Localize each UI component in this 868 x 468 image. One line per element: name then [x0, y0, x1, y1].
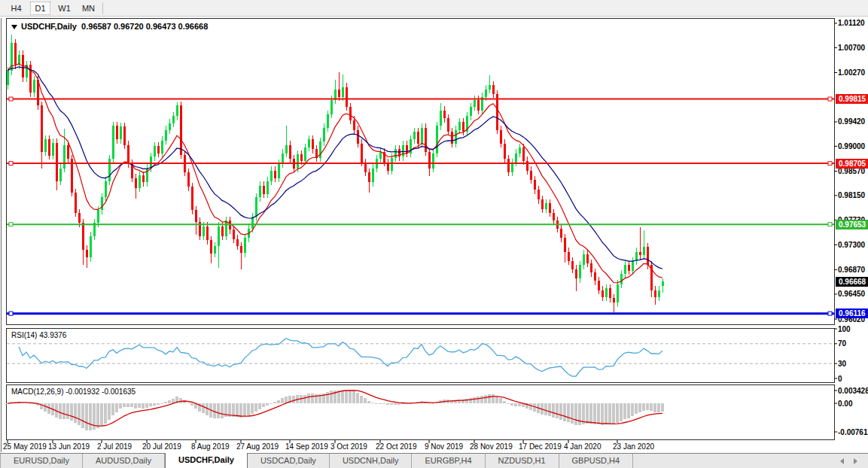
date-axis-label: 22 Oct 2019 — [376, 442, 416, 451]
tab-usdcad-daily[interactable]: USDCAD,Daily — [248, 454, 330, 468]
date-axis-label: 9 Nov 2019 — [425, 442, 463, 451]
date-axis-label: 27 Aug 2019 — [236, 442, 279, 451]
macd-axis-label: -0.007615 — [838, 428, 868, 436]
tabs-scroll-left-icon[interactable] — [840, 458, 844, 464]
trading-terminal-window: { "toolbar": { "buttons": [ {"label": "H… — [0, 0, 868, 468]
tab-eurgbp-h4[interactable]: EURGBP,H4 — [412, 454, 485, 468]
tab-nzdusd-h1[interactable]: NZDUSD,H1 — [486, 454, 559, 468]
rsi-axis-label: 30 — [838, 360, 868, 368]
price-axis-label: 1.01120 — [838, 19, 868, 27]
symbol-dropdown-icon[interactable] — [11, 25, 17, 29]
line-handle[interactable] — [828, 162, 832, 166]
date-axis-label: 28 Nov 2019 — [470, 442, 513, 451]
date-axis-label: 3 Oct 2019 — [330, 442, 367, 451]
rsi-label: RSI(14) 43.9376 — [11, 331, 66, 339]
date-axis-label: 20 Jul 2019 — [142, 442, 181, 451]
price-axis-label: 0.96870 — [838, 266, 868, 274]
line-handle[interactable] — [828, 97, 832, 101]
line-handle[interactable] — [828, 223, 832, 226]
macd-axis-label: 0.003428 — [838, 387, 868, 395]
price-axis-label: 0.99000 — [838, 142, 868, 150]
date-axis-label: 8 Aug 2019 — [191, 442, 230, 451]
price-line-badge[interactable]: 0.99815 — [836, 94, 868, 104]
price-axis-label: 1.00700 — [838, 44, 868, 52]
line-handle[interactable] — [828, 311, 832, 315]
price-line-badge[interactable]: 0.96116 — [836, 308, 868, 318]
chart-title: USDCHF,Daily 0.96587 0.96720 0.96473 0.9… — [11, 22, 208, 31]
current-price-badge: 0.96668 — [836, 277, 868, 287]
tab-usdchf-daily[interactable]: USDCHF,Daily — [165, 453, 248, 468]
tab-usdcnh-daily[interactable]: USDCNH,Daily — [330, 454, 413, 468]
price-axis-label: 0.98150 — [838, 191, 868, 199]
line-handle[interactable] — [9, 97, 13, 101]
chart-ohlc-values: 0.96587 0.96720 0.96473 0.96668 — [81, 22, 208, 31]
price-axis-label: 1.00270 — [838, 68, 868, 77]
date-axis-label: 25 May 2019 — [3, 442, 47, 451]
date-axis-label: 2 Jul 2019 — [97, 442, 132, 451]
chart-canvas — [0, 0, 868, 468]
date-axis-label: 4 Jan 2020 — [564, 442, 602, 451]
macd-axis-label: 0.00 — [838, 400, 868, 408]
price-axis-label: 0.98570 — [838, 167, 868, 175]
macd-label: MACD(12,26,9) -0.001932 -0.001635 — [11, 387, 136, 396]
line-handle[interactable] — [9, 162, 13, 166]
tab-gbpusd-h4[interactable]: GBPUSD,H4 — [559, 454, 634, 468]
tabs-scroll-right-icon[interactable] — [854, 458, 857, 464]
rsi-axis-label: 70 — [838, 339, 868, 348]
line-handle[interactable] — [9, 223, 13, 226]
rsi-axis-label: 0 — [838, 375, 868, 383]
symbol-tab-bar: EURUSD,DailyAUDUSD,DailyUSDCHF,DailyUSDC… — [0, 453, 868, 468]
price-axis-label: 0.99420 — [838, 117, 868, 126]
price-axis-label: 0.97300 — [838, 241, 868, 249]
price-line-badge[interactable]: 0.97653 — [836, 220, 868, 229]
chart-symbol-label: USDCHF,Daily — [21, 22, 77, 31]
candlestick-series — [7, 35, 664, 311]
tab-audusd-daily[interactable]: AUDUSD,Daily — [83, 454, 165, 468]
rsi-axis-label: 100 — [838, 325, 868, 333]
date-axis-label: 17 Dec 2019 — [519, 442, 562, 451]
price-axis-label: 0.96450 — [838, 290, 868, 298]
date-axis-label: 13 Jun 2019 — [48, 442, 90, 451]
line-handle[interactable] — [9, 311, 13, 315]
macd-histogram — [6, 391, 664, 430]
date-axis-label: 14 Sep 2019 — [285, 442, 328, 451]
price-line-badge[interactable]: 0.98705 — [836, 159, 868, 169]
tab-eurusd-daily[interactable]: EURUSD,Daily — [0, 454, 83, 468]
date-axis-label: 23 Jan 2020 — [613, 442, 654, 451]
